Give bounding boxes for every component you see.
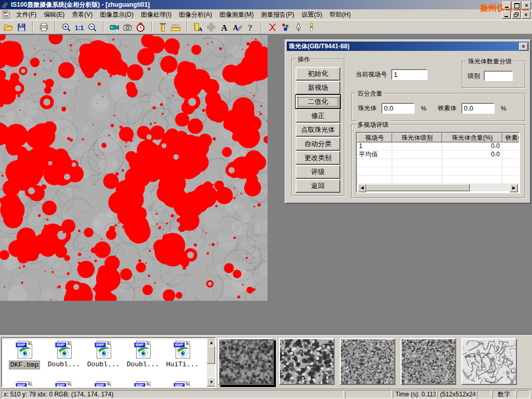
dialog-title-bar[interactable]: 珠光体(GB/T9441-88) × <box>287 42 529 51</box>
file-list-scrollbar[interactable]: ▲ ▼ <box>207 338 215 387</box>
dialog-close-icon[interactable]: × <box>519 43 528 50</box>
op-button-1[interactable]: 初始化 <box>296 67 340 81</box>
file-name[interactable]: HuiTi... <box>165 361 200 368</box>
menu-item[interactable]: 图像测量(M) <box>216 10 257 19</box>
image-thumbnail[interactable] <box>461 338 517 385</box>
op-button-8[interactable]: 评级 <box>296 165 340 179</box>
file-name[interactable]: DKF.bmp <box>9 361 41 369</box>
table-row[interactable]: 平均值0.0 <box>357 151 519 159</box>
text-icon[interactable]: A <box>218 21 231 33</box>
file-item[interactable]: BMPHuiTi... <box>163 341 202 368</box>
menu-item[interactable]: 编辑(E) <box>40 10 68 19</box>
table-header: 视场号珠光体级别珠光体含量(%)铁素体含量(%) <box>357 133 519 142</box>
table-cell: 1 <box>357 142 392 151</box>
move-cross-icon[interactable] <box>205 21 218 33</box>
measure-text-icon[interactable]: A <box>192 21 205 33</box>
percent-group: 百分含量 珠光体 % 铁素体 % <box>351 93 525 121</box>
table-horizontal-scrollbar[interactable]: ◀ ▶ <box>358 184 518 191</box>
scroll-down-icon[interactable]: ▼ <box>207 378 216 387</box>
op-button-6[interactable]: 自动分类 <box>296 137 340 151</box>
document-icon[interactable] <box>2 10 10 19</box>
zoom-in-icon[interactable] <box>60 21 73 33</box>
ferrite-percent-input[interactable] <box>461 103 495 114</box>
image-thumbnail[interactable] <box>218 338 274 385</box>
file-item[interactable]: BMPDoubl... <box>124 341 162 368</box>
image-thumbnail[interactable] <box>279 338 335 385</box>
pearlite-percent-input[interactable] <box>381 103 415 114</box>
menu-item[interactable]: 文件(F) <box>12 10 40 19</box>
column-header[interactable]: 珠光体级别 <box>392 133 442 142</box>
file-item[interactable]: BMP <box>5 381 44 388</box>
save-icon[interactable] <box>15 21 28 33</box>
zoom-out-icon[interactable] <box>86 21 99 33</box>
mdi-restore-icon[interactable] <box>512 11 521 19</box>
image-thumbnail[interactable] <box>401 338 456 385</box>
ruler-icon[interactable] <box>169 21 182 33</box>
menu-item[interactable]: 图像分析(A) <box>175 10 216 19</box>
operations-legend: 操作 <box>296 55 312 64</box>
curve-delete-icon[interactable] <box>266 21 279 33</box>
column-header[interactable]: 铁素体含量(%) <box>502 133 520 142</box>
file-item[interactable]: BMP <box>163 381 202 388</box>
file-item[interactable]: BMPDoubl... <box>45 341 83 368</box>
op-button-3[interactable]: 二值化 <box>296 95 340 109</box>
edit-text-icon[interactable]: A <box>231 21 244 33</box>
file-item[interactable]: BMP <box>45 381 83 388</box>
print-icon[interactable] <box>37 21 50 33</box>
caliper-icon[interactable] <box>156 21 169 33</box>
phase-particles-icon[interactable] <box>279 21 292 33</box>
grade-input[interactable] <box>484 71 513 81</box>
photo-camera-icon[interactable] <box>121 21 134 33</box>
file-item[interactable]: BMPDoubl... <box>84 341 123 368</box>
menu-items: 文件(F)编辑(E)查看(V)图像显示(D)图像处理(I)图像分析(A)图像测量… <box>12 10 354 19</box>
file-name[interactable]: Doubl... <box>126 361 160 368</box>
image-thumbnail[interactable] <box>340 338 395 385</box>
menu-item[interactable]: 设置(S) <box>298 10 326 19</box>
file-item[interactable]: BMP <box>84 381 123 388</box>
bmp-file-icon: BMP <box>55 341 73 360</box>
table-cell: 0.0 <box>442 151 502 159</box>
help-icon[interactable]: ? <box>244 21 257 33</box>
menu-item[interactable]: 测量报告(P) <box>257 10 298 19</box>
table-row[interactable] <box>357 167 519 176</box>
file-item[interactable]: BMP <box>124 381 162 388</box>
scroll-thumb[interactable] <box>366 184 470 191</box>
dialog-title: 珠光体(GB/T9441-88) <box>289 42 350 51</box>
menu-item[interactable]: 图像处理(I) <box>137 10 175 19</box>
mdi-minimize-icon[interactable] <box>502 11 511 19</box>
table-row[interactable] <box>357 159 519 167</box>
op-button-5[interactable]: 点取珠光体 <box>296 123 340 137</box>
status-panel <box>345 390 392 398</box>
menu-item[interactable]: 帮助(H) <box>326 10 354 19</box>
video-camera-icon[interactable] <box>108 21 121 33</box>
scroll-right-icon[interactable]: ▶ <box>510 184 518 192</box>
table-cell: 0.0 <box>442 142 502 151</box>
current-field-input[interactable] <box>391 69 428 80</box>
op-button-9[interactable]: 返回 <box>296 179 340 193</box>
metallographic-image[interactable] <box>0 34 268 301</box>
timer-icon[interactable] <box>134 21 147 33</box>
open-icon[interactable] <box>2 21 15 33</box>
menu-item[interactable]: 查看(V) <box>68 10 96 19</box>
actual-size-icon[interactable]: 1:1 <box>73 21 86 33</box>
brush-icon[interactable] <box>305 21 318 33</box>
table-row[interactable]: 10.0 <box>357 142 519 151</box>
menu-item[interactable]: 图像显示(D) <box>96 10 137 19</box>
close-icon[interactable]: × <box>522 2 531 9</box>
op-button-4[interactable]: 修正 <box>296 109 340 123</box>
column-header[interactable]: 视场号 <box>357 133 392 142</box>
minimize-icon[interactable] <box>502 2 511 9</box>
pen-icon[interactable] <box>292 21 305 33</box>
table-row[interactable] <box>357 176 519 184</box>
op-button-2[interactable]: 新视场 <box>296 81 340 95</box>
maximize-icon[interactable] <box>512 2 521 9</box>
column-header[interactable]: 珠光体含量(%) <box>442 133 502 142</box>
file-name[interactable]: Doubl... <box>47 361 81 368</box>
file-name[interactable]: Doubl... <box>86 361 121 368</box>
scroll-track[interactable] <box>366 184 510 191</box>
file-scroll-thumb[interactable] <box>207 346 215 364</box>
file-item[interactable]: BMPDKF.bmp <box>5 341 44 369</box>
op-button-7[interactable]: 更改类别 <box>296 151 340 165</box>
scroll-left-icon[interactable]: ◀ <box>358 184 366 192</box>
mdi-close-icon[interactable]: × <box>522 11 530 19</box>
